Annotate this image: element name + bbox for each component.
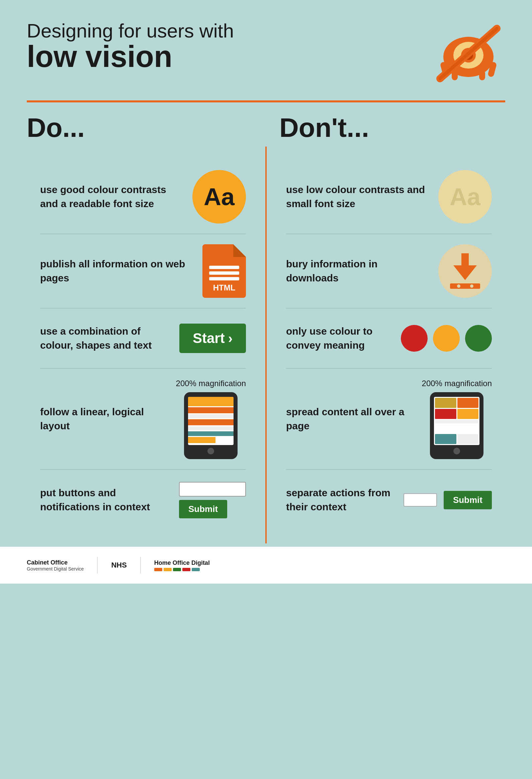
submit-button-do: Submit [179, 500, 227, 518]
color-block-1 [154, 568, 162, 571]
doc-lines [209, 266, 239, 281]
do-row-1: use good colour contrasts and a readable… [40, 160, 246, 234]
button-in-context-example: Submit [179, 482, 246, 518]
footer-gov-logo: Cabinet Office Government Digital Servic… [27, 559, 84, 572]
dont-text-4: spread content all over a page [286, 405, 422, 433]
doc-corner [233, 244, 246, 257]
dont-text-2: bury information in downloads [286, 257, 438, 285]
tablet-row-3 [188, 414, 234, 418]
dont-row-1: use low colour contrasts and small font … [286, 160, 492, 234]
do-column-header: Do... [27, 112, 266, 143]
do-visual-1: Aa [192, 170, 246, 224]
do-row-2: publish all information on web pages HTM… [40, 234, 246, 308]
tablet-device-bad [430, 392, 483, 459]
start-arrow-icon: › [228, 331, 233, 346]
do-visual-5: Submit [179, 482, 246, 518]
dont-row-5: separate actions from their context Subm… [286, 470, 492, 530]
dont-visual-3 [401, 325, 492, 352]
footer-divider-2 [140, 557, 141, 574]
aa-good-icon: Aa [192, 170, 246, 224]
horizontal-divider [27, 100, 505, 102]
circle-green [465, 325, 492, 352]
color-block-3 [173, 568, 181, 571]
dl-chevron [453, 265, 477, 280]
footer-homeoffice: Home Office Digital [154, 559, 210, 566]
dont-label: Don't... [279, 112, 505, 143]
doc-line [209, 277, 239, 281]
tablet-bad-wrap: 200% magnification [422, 379, 492, 459]
doc-line [209, 266, 239, 269]
do-row-4: follow a linear, logical layout 200% mag… [40, 369, 246, 470]
tablet-row-1 [188, 397, 234, 406]
dont-visual-4: 200% magnification [422, 379, 492, 459]
tablet-row-7 [188, 437, 216, 443]
doc-line [209, 272, 239, 275]
tablet-row-6 [188, 431, 234, 436]
bad-cell [457, 409, 479, 419]
footer: Cabinet Office Government Digital Servic… [0, 547, 532, 584]
color-block-5 [192, 568, 200, 571]
do-visual-3: Start › [179, 323, 246, 353]
do-visual-4: 200% magnification [176, 379, 246, 459]
html-label: HTML [213, 283, 236, 292]
do-text-4: follow a linear, logical layout [40, 405, 176, 433]
footer-gds: Government Digital Service [27, 566, 84, 572]
tablet-home-btn-bad [453, 448, 460, 455]
footer-cabinet-office: Cabinet Office [27, 559, 84, 566]
footer-nhs-wrap: NHS [111, 561, 126, 570]
button-separated-example: Submit [404, 491, 492, 509]
tablet-home-btn [208, 448, 214, 455]
header-subtitle: Designing for users with [27, 20, 432, 42]
input-field-do [179, 482, 246, 496]
page-wrapper: Designing for users with low vision [0, 0, 532, 584]
dont-text-3: only use colour to convey meaning [286, 324, 401, 352]
tablet-row-5 [188, 426, 234, 430]
tablet-row-2 [188, 407, 234, 413]
dl-dot [470, 285, 473, 288]
bad-cell [435, 398, 456, 408]
do-visual-2: HTML [202, 244, 246, 298]
header-eye-icon [432, 20, 505, 87]
footer-homeoffice-wrap: Home Office Digital [154, 559, 210, 571]
html-doc-icon: HTML [202, 244, 246, 298]
do-row-5: put buttons and notifications in context… [40, 470, 246, 530]
dont-visual-2 [438, 244, 492, 298]
tablet-screen-good [188, 397, 234, 445]
footer-divider-1 [97, 557, 98, 574]
dont-row-3: only use colour to convey meaning [286, 308, 492, 369]
footer-color-bar [154, 568, 210, 571]
input-field-dont [404, 493, 437, 506]
bad-cell [435, 420, 478, 423]
bad-cell [435, 434, 456, 444]
tablet-good: 200% magnification [176, 379, 246, 459]
dont-visual-1: Aa [438, 170, 492, 224]
bad-cell [457, 434, 479, 444]
do-text-5: put buttons and notifications in context [40, 486, 179, 514]
footer-nhs: NHS [111, 561, 126, 570]
dont-text-5: separate actions from their context [286, 486, 404, 514]
dont-column-header: Don't... [266, 112, 505, 143]
tablet-row-4 [188, 419, 234, 425]
tablet-device-good [184, 392, 238, 459]
do-column: use good colour contrasts and a readable… [27, 146, 266, 543]
dl-stem [461, 253, 469, 265]
dont-text-1: use low colour contrasts and small font … [286, 183, 438, 211]
main-content: use good colour contrasts and a readable… [0, 146, 532, 543]
do-row-3: use a combination of colour, shapes and … [40, 308, 246, 369]
aa-bad-icon: Aa [438, 170, 492, 224]
submit-button-dont: Submit [444, 491, 492, 509]
do-text-1: use good colour contrasts and a readable… [40, 183, 192, 211]
bad-cell [457, 398, 479, 408]
dl-dot [457, 285, 460, 288]
tablet-screen-bad [434, 397, 479, 445]
do-text-3: use a combination of colour, shapes and … [40, 324, 179, 352]
bad-cell [435, 409, 456, 419]
svg-rect-7 [479, 70, 485, 80]
columns-header: Do... Don't... [0, 112, 532, 143]
start-button-example: Start › [179, 323, 246, 353]
circle-red [401, 325, 428, 352]
color-block-4 [182, 568, 190, 571]
dont-column: use low colour contrasts and small font … [266, 146, 505, 543]
magnification-label-do: 200% magnification [176, 379, 246, 388]
dont-visual-5: Submit [404, 491, 492, 509]
